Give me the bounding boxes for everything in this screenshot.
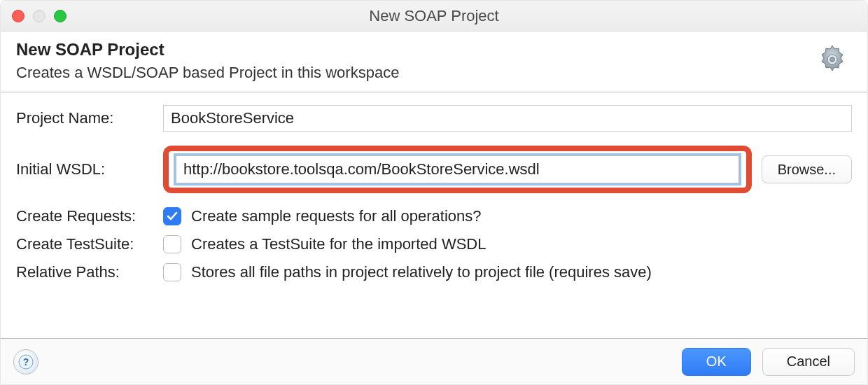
- minimize-window-button[interactable]: [33, 10, 46, 22]
- initial-wsdl-label: Initial WSDL:: [16, 160, 163, 178]
- ok-button[interactable]: OK: [682, 348, 751, 376]
- create-testsuite-checkbox[interactable]: [163, 235, 181, 253]
- project-name-row: Project Name:: [16, 105, 852, 132]
- browse-button[interactable]: Browse...: [762, 155, 852, 183]
- relative-paths-checkbox[interactable]: [163, 263, 181, 281]
- gear-icon: [816, 43, 849, 76]
- close-window-button[interactable]: [12, 10, 24, 22]
- create-testsuite-row: Create TestSuite: Creates a TestSuite fo…: [16, 235, 852, 253]
- relative-paths-row: Relative Paths: Stores all file paths in…: [16, 263, 852, 281]
- dialog-footer: ? OK Cancel: [1, 338, 867, 384]
- project-name-label: Project Name:: [16, 109, 163, 127]
- window-controls: [1, 10, 66, 22]
- help-button[interactable]: ?: [13, 349, 38, 374]
- initial-wsdl-row: Initial WSDL: Browse...: [16, 146, 852, 193]
- dialog-header-text: New SOAP Project Creates a WSDL/SOAP bas…: [16, 40, 399, 82]
- create-requests-option: Create sample requests for all operation…: [191, 207, 482, 225]
- svg-text:?: ?: [23, 356, 29, 368]
- zoom-window-button[interactable]: [54, 10, 66, 22]
- relative-paths-option: Stores all file paths in project relativ…: [191, 263, 652, 281]
- create-testsuite-label: Create TestSuite:: [16, 235, 163, 253]
- project-name-input[interactable]: [163, 105, 852, 132]
- dialog-window: New SOAP Project New SOAP Project Create…: [0, 0, 868, 385]
- titlebar: New SOAP Project: [1, 1, 867, 31]
- dialog-subtitle: Creates a WSDL/SOAP based Project in thi…: [16, 64, 399, 82]
- initial-wsdl-highlight: [163, 146, 752, 193]
- relative-paths-label: Relative Paths:: [16, 263, 163, 281]
- svg-point-1: [830, 57, 835, 62]
- form-area: Project Name: Initial WSDL: Browse... Cr…: [1, 92, 867, 338]
- dialog-header: New SOAP Project Creates a WSDL/SOAP bas…: [1, 31, 867, 92]
- dialog-title: New SOAP Project: [16, 40, 399, 59]
- create-requests-label: Create Requests:: [16, 207, 163, 225]
- create-testsuite-option: Creates a TestSuite for the imported WSD…: [191, 235, 486, 253]
- create-requests-checkbox[interactable]: [163, 207, 181, 225]
- initial-wsdl-input[interactable]: [176, 155, 739, 183]
- cancel-button[interactable]: Cancel: [762, 348, 855, 376]
- window-title: New SOAP Project: [1, 7, 867, 25]
- create-requests-row: Create Requests: Create sample requests …: [16, 207, 852, 225]
